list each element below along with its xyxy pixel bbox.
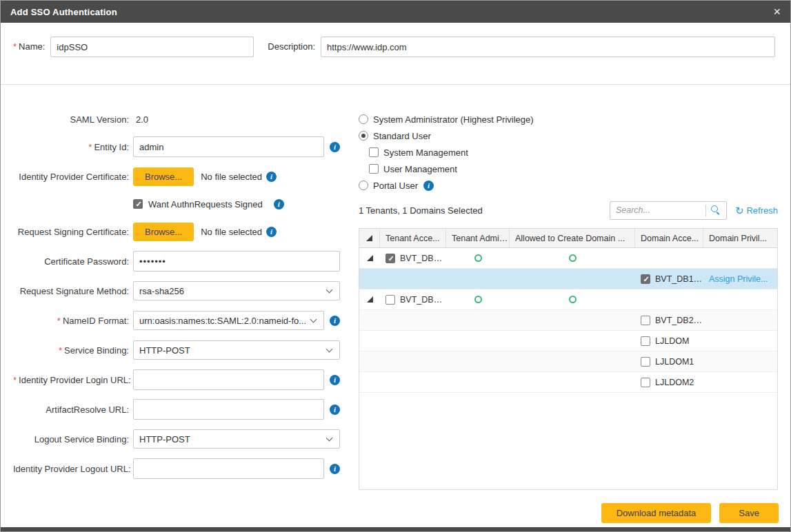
radio-standard-user[interactable]: Standard User — [359, 127, 778, 144]
want-authn-signed-checkbox[interactable]: ✓ — [133, 199, 143, 209]
option-label: Standard User — [373, 131, 431, 141]
tenant-access-checkbox[interactable]: ✓ — [386, 254, 395, 263]
table-row-domain[interactable]: LJLDOM — [359, 331, 777, 351]
privileges-panel: System Administrator (Highest Privilege)… — [359, 111, 778, 490]
search-icon[interactable] — [710, 205, 721, 216]
entity-id-label: *Entity Id: — [13, 142, 129, 152]
radio-selected-icon — [359, 131, 368, 141]
allowed-create-circle-icon — [569, 296, 577, 303]
tenant-domain-table: Tenant Acce... Tenant Admin... Allowed t… — [359, 228, 778, 490]
chevron-down-icon — [326, 346, 333, 353]
browse-signing-certificate-button[interactable]: Browse... — [133, 223, 194, 241]
dialog-title: Add SSO Authentication — [10, 7, 117, 17]
domain-name: LJLDOM1 — [655, 357, 694, 367]
titlebar: Add SSO Authentication × — [1, 1, 790, 23]
option-label: System Management — [383, 147, 468, 158]
required-marker: * — [88, 142, 92, 152]
option-label: Portal User — [373, 181, 418, 191]
column-header-tenant-access: Tenant Acce... — [386, 234, 440, 243]
service-binding-select[interactable]: HTTP-POST — [133, 340, 340, 360]
request-signature-method-select[interactable]: rsa-sha256 — [133, 281, 340, 300]
refresh-button[interactable]: ↻ Refresh — [735, 205, 778, 216]
info-icon[interactable]: i — [423, 181, 434, 191]
assign-privileges-link[interactable]: Assign Privile... — [709, 274, 768, 284]
request-signature-method-value: rsa-sha256 — [134, 286, 184, 296]
name-input[interactable] — [50, 37, 254, 57]
entity-id-input[interactable] — [133, 136, 324, 157]
table-row-domain[interactable]: LJLDOM2 — [359, 372, 777, 393]
check-icon: ✓ — [386, 254, 396, 264]
radio-system-administrator[interactable]: System Administrator (Highest Privilege) — [359, 111, 778, 127]
chevron-down-icon — [326, 287, 333, 294]
table-row-domain-selected[interactable]: ✓ BVT_DB1DO Assign Privile... — [359, 269, 777, 289]
domain-name: BVT_DB2DO — [655, 316, 703, 325]
info-icon[interactable]: i — [266, 172, 277, 182]
close-icon[interactable]: × — [773, 6, 781, 18]
table-row-tenant[interactable]: BVT_DB2TE — [359, 289, 777, 310]
artifact-resolve-url-input[interactable] — [133, 399, 324, 420]
required-marker: * — [59, 345, 62, 356]
table-row-tenant[interactable]: ✓ BVT_DB1TE — [359, 248, 777, 269]
domain-access-checkbox[interactable]: ✓ — [641, 274, 650, 284]
domain-access-checkbox[interactable] — [641, 357, 650, 367]
option-label: System Administrator (Highest Privilege) — [373, 114, 534, 125]
logout-service-binding-select[interactable]: HTTP-POST — [133, 429, 340, 449]
sso-form: SAML Version: 2.0 *Entity Id: i Identity… — [13, 111, 340, 490]
idp-login-url-input[interactable] — [133, 369, 324, 390]
info-icon[interactable]: i — [330, 316, 340, 326]
tenant-admin-circle-icon — [474, 254, 482, 262]
idp-logout-url-input[interactable] — [133, 458, 324, 479]
signing-certificate-status: No file selected — [201, 227, 262, 237]
info-icon[interactable]: i — [330, 464, 340, 474]
nameid-format-value: urn:oasis:names:tc:SAML:2.0:nameid-fo... — [134, 316, 306, 326]
info-icon[interactable]: i — [330, 405, 340, 415]
domain-access-checkbox[interactable] — [641, 336, 650, 346]
required-marker: * — [57, 316, 61, 326]
idp-certificate-status: No file selected — [201, 172, 262, 182]
domain-access-checkbox[interactable] — [641, 316, 650, 325]
expand-all-icon[interactable] — [366, 235, 372, 241]
column-header-allowed-create-domain: Allowed to Create Domain ... — [515, 234, 625, 243]
search-input[interactable] — [610, 202, 705, 219]
info-icon[interactable]: i — [330, 142, 340, 152]
checkbox-system-management[interactable]: System Management — [359, 144, 778, 161]
request-signature-method-label: Request Signature Method: — [13, 286, 129, 296]
chevron-down-icon — [310, 316, 317, 323]
certificate-password-input[interactable] — [133, 251, 340, 272]
tenant-toolbar: 1 Tenants, 1 Domains Selected ↻ Refresh — [359, 201, 778, 220]
table-row-domain[interactable]: BVT_DB2DO — [359, 310, 777, 331]
browse-idp-certificate-button[interactable]: Browse... — [133, 167, 194, 186]
expand-icon[interactable] — [367, 296, 373, 303]
logout-service-binding-row: Logout Service Binding: HTTP-POST — [13, 429, 340, 449]
idp-certificate-label: Identity Provider Certificate: — [13, 172, 129, 182]
description-label: Description: — [268, 37, 315, 57]
nameid-format-select[interactable]: urn:oasis:names:tc:SAML:2.0:nameid-fo... — [133, 311, 324, 330]
domain-name: LJLDOM — [655, 336, 689, 346]
artifact-resolve-url-label: ArtifactResolve URL: — [13, 405, 129, 415]
check-icon: ✓ — [134, 200, 143, 209]
search-box — [610, 201, 727, 220]
required-marker: * — [13, 41, 17, 52]
download-metadata-button[interactable]: Download metadata — [601, 503, 712, 523]
description-input[interactable] — [321, 37, 775, 57]
info-icon[interactable]: i — [330, 375, 340, 385]
table-row-domain[interactable]: LJLDOM1 — [359, 351, 777, 372]
dialog-bottom-bar — [1, 527, 790, 531]
table-header: Tenant Acce... Tenant Admin... Allowed t… — [359, 229, 777, 248]
domain-access-checkbox[interactable] — [641, 378, 650, 387]
name-label: *Name: — [13, 37, 45, 57]
idp-certificate-row: Identity Provider Certificate: Browse...… — [13, 166, 340, 187]
info-icon[interactable]: i — [274, 199, 284, 209]
nameid-format-row: *NameID Format: urn:oasis:names:tc:SAML:… — [13, 310, 340, 331]
saml-version-label: SAML Version: — [13, 114, 129, 125]
domain-name: BVT_DB1DO — [655, 274, 703, 284]
expand-icon[interactable] — [367, 255, 373, 261]
checkbox-icon — [369, 147, 379, 157]
tenant-access-checkbox[interactable] — [386, 295, 395, 305]
info-icon[interactable]: i — [266, 227, 277, 237]
divider — [705, 205, 706, 216]
checkbox-user-management[interactable]: User Management — [359, 161, 778, 177]
tenant-name: BVT_DB2TE — [400, 295, 446, 305]
radio-portal-user[interactable]: Portal User i — [359, 177, 778, 194]
save-button[interactable]: Save — [719, 503, 779, 523]
